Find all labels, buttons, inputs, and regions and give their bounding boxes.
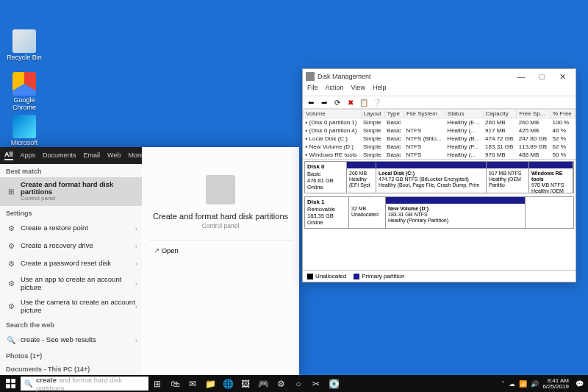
tab-web[interactable]: Web — [107, 152, 121, 159]
search-preview-pane: Create and format hard disk partitions C… — [142, 147, 299, 375]
toolbar: ⬅ ➡ ⟳ ✖ 📋 ❔ — [303, 96, 576, 109]
disk-1-row[interactable]: Disk 1Removable183.35 GBOnline 32 MBUnal… — [304, 196, 574, 229]
search-icon: 🔍 — [24, 379, 33, 388]
xbox-icon[interactable]: 🎮 — [254, 375, 272, 392]
open-action[interactable]: Open — [149, 240, 292, 260]
partition[interactable]: 32 MBUnallocated — [349, 197, 386, 228]
photos-icon[interactable]: 🖼 — [237, 375, 254, 392]
task-view-icon[interactable]: ⊞ — [148, 375, 166, 392]
icon-label: Google Chrome — [6, 97, 43, 112]
best-match-result[interactable]: ⊞ Create and format hard disk partitions… — [0, 177, 142, 207]
column-header[interactable]: Layout — [361, 110, 384, 118]
documents-header[interactable]: Documents - This PC (14+) — [0, 362, 142, 375]
minimize-button[interactable]: — — [511, 72, 531, 81]
titlebar[interactable]: Disk Management — □ ✕ — [303, 69, 576, 84]
help-icon[interactable]: ❔ — [372, 97, 382, 107]
google-chrome-icon — [12, 72, 36, 96]
partition[interactable]: Windows RE tools970 MB NTFSHealthy (OEM … — [529, 162, 573, 193]
volume-list[interactable]: VolumeLayoutTypeFile SystemStatusCapacit… — [303, 109, 576, 160]
settings-icon[interactable]: ⚙ — [272, 375, 290, 392]
column-header[interactable]: File System — [404, 110, 445, 118]
settings-result-4[interactable]: ⚙Use the camera to create an account pic… — [0, 295, 142, 318]
volume-icon[interactable]: 🔊 — [531, 380, 539, 388]
web-result[interactable]: 🔍 create - See web results› — [0, 331, 142, 349]
notifications-icon[interactable]: 💬 — [576, 380, 584, 388]
search-tabs: All Apps Documents Email Web More Feedba… — [0, 147, 142, 164]
menu-action[interactable]: Action — [326, 84, 344, 96]
maximize-button[interactable]: □ — [531, 72, 552, 81]
settings-header: Settings — [0, 206, 142, 219]
settings-result-3[interactable]: ⚙Use an app to create an account picture… — [0, 272, 142, 295]
partition[interactable]: New Volume (D:)183.31 GB NTFSHealthy (Pr… — [386, 197, 526, 228]
delete-icon[interactable]: ✖ — [345, 97, 356, 107]
cortana-icon[interactable]: ○ — [290, 375, 307, 392]
properties-icon[interactable]: 📋 — [359, 97, 369, 107]
partition[interactable]: 260 MBHealthy (EFI Syst — [347, 162, 376, 193]
tab-email[interactable]: Email — [84, 152, 101, 159]
recycle-bin[interactable]: Recycle Bin — [6, 29, 43, 62]
gear-icon: ⚙ — [6, 240, 16, 251]
disk-management-window: Disk Management — □ ✕ File Action View H… — [302, 68, 576, 282]
column-header[interactable]: Capacity — [483, 110, 517, 118]
svg-rect-1 — [11, 379, 15, 383]
volume-row[interactable]: ▪ New Volume (D:)SimpleBasicNTFSHealthy … — [304, 143, 576, 151]
start-button[interactable] — [0, 375, 21, 392]
window-title: Disk Management — [318, 73, 511, 80]
onedrive-icon[interactable]: ☁ — [509, 380, 515, 388]
tab-all[interactable]: All — [4, 151, 13, 160]
gear-icon: ⚙ — [6, 302, 16, 312]
microsoft-edge-icon — [12, 115, 36, 138]
column-header[interactable]: Type — [384, 110, 404, 118]
recycle-bin-icon — [12, 29, 36, 53]
snip-icon[interactable]: ✂ — [307, 375, 325, 392]
volume-row[interactable]: ▪ (Disk 0 partition 4)SimpleBasicNTFSHea… — [304, 126, 576, 135]
diskmgmt-taskbar-icon[interactable]: 💽 — [325, 375, 343, 392]
volume-row[interactable]: ▪ Windows RE toolsSimpleBasicNTFSHealthy… — [304, 151, 576, 159]
column-header[interactable]: Volume — [304, 110, 362, 118]
partition[interactable]: 917 MB NTFSHealthy (OEM Partitio — [487, 162, 529, 193]
preview-title: Create and format hard disk partitions — [149, 212, 292, 221]
clock[interactable]: 8:41 AM6/25/2019 — [542, 378, 572, 390]
column-header[interactable]: % Free — [551, 110, 576, 118]
icon-label: Recycle Bin — [6, 54, 43, 62]
settings-result-1[interactable]: ⚙Create a recovery drive› — [0, 237, 142, 254]
partition[interactable]: Local Disk (C:)474.72 GB NTFS (BitLocker… — [376, 162, 487, 193]
search-web-header: Search the web — [0, 318, 142, 331]
back-icon[interactable]: ⬅ — [306, 97, 316, 107]
refresh-icon[interactable]: ⟳ — [332, 97, 343, 107]
tab-more[interactable]: More — [128, 152, 143, 159]
app-icon — [306, 72, 315, 81]
legend: Unallocated Primary partition — [303, 270, 576, 282]
google-chrome[interactable]: Google Chrome — [6, 72, 43, 112]
disk-0-row[interactable]: Disk 0Basic476.81 GBOnline 260 MBHealthy… — [304, 161, 574, 193]
preview-icon — [206, 175, 235, 204]
settings-result-2[interactable]: ⚙Create a password reset disk› — [0, 254, 142, 272]
menu-view[interactable]: View — [351, 84, 365, 96]
menubar: File Action View Help — [303, 84, 576, 96]
disk-0-label: Disk 0Basic476.81 GBOnline — [305, 162, 347, 193]
tray-up-icon[interactable]: ˄ — [501, 380, 505, 388]
explorer-icon[interactable]: 📁 — [201, 375, 219, 392]
disk-1-label: Disk 1Removable183.35 GBOnline — [305, 197, 349, 228]
settings-result-0[interactable]: ⚙Create a restore point› — [0, 219, 142, 237]
system-tray[interactable]: ˄ ☁ 📶 🔊 8:41 AM6/25/2019 💬 — [497, 378, 588, 390]
mail-icon[interactable]: ✉ — [184, 375, 201, 392]
gear-icon: ⚙ — [6, 223, 16, 233]
close-button[interactable]: ✕ — [552, 72, 573, 82]
column-header[interactable]: Status — [445, 110, 483, 118]
tab-apps[interactable]: Apps — [21, 152, 36, 159]
svg-rect-3 — [11, 384, 15, 388]
column-header[interactable]: Free Sp... — [517, 110, 551, 118]
tab-documents[interactable]: Documents — [43, 152, 76, 159]
network-icon[interactable]: 📶 — [519, 380, 527, 388]
menu-help[interactable]: Help — [373, 84, 387, 96]
menu-file[interactable]: File — [307, 84, 318, 96]
forward-icon[interactable]: ➡ — [319, 97, 329, 107]
partition-icon: ⊞ — [6, 186, 16, 196]
volume-row[interactable]: ▪ Local Disk (C:)SimpleBasicNTFS (Bitlo.… — [304, 135, 576, 143]
store-icon[interactable]: 🛍 — [166, 375, 184, 392]
edge-icon[interactable]: 🌐 — [219, 375, 237, 392]
taskbar-search[interactable]: 🔍create and format hard disk partitions — [21, 377, 148, 391]
volume-row[interactable]: ▪ (Disk 0 partition 1)SimpleBasicHealthy… — [304, 118, 576, 127]
photos-header[interactable]: Photos (1+) — [0, 349, 142, 362]
